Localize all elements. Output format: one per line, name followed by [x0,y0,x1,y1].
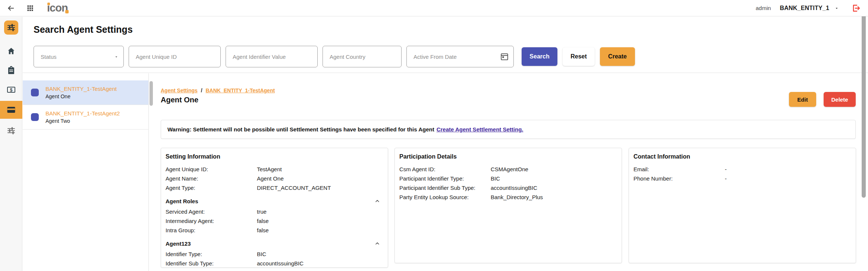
agent-item-id: BANK_ENTITY_1-TestAgent [45,86,117,92]
active-from-date-field[interactable] [406,46,514,67]
field-value: accountIssuingBIC [491,183,537,192]
detail-row: Participant Identifier Sub Type: account… [399,183,616,192]
participation-details-card: Participation Details Csm Agent ID: CSMA… [394,148,622,263]
chevron-up-icon[interactable] [374,198,380,204]
field-label: Identifier Type: [166,249,257,259]
nav-payments-icon[interactable]: $ [0,82,22,97]
field-value: BIC [257,249,266,259]
field-label: Participant Identifier Sub Type: [399,183,491,192]
nav-tune-button[interactable] [4,20,18,35]
agent-country-field[interactable] [323,46,402,67]
field-value: - [725,165,727,174]
agent-item-name: Agent Two [45,118,120,124]
detail-action-buttons: Edit Delete [789,90,856,107]
detail-cards: Setting Information Agent Unique ID: Tes… [161,148,856,268]
create-button[interactable]: Create [600,47,635,66]
detail-row: Agent Name: Agent One [166,174,382,183]
active-from-date-input[interactable] [406,46,514,67]
field-label: Csm Agent ID: [399,165,491,174]
left-nav-rail: $ [0,17,22,271]
agent-item-name: Agent One [45,93,117,99]
field-label: Email: [633,165,725,174]
page-title: Search Agent Settings [34,24,133,35]
warning-text: Warning: Settlement will not be possible… [167,126,434,133]
back-arrow-icon[interactable] [6,3,16,13]
card-title: Setting Information [166,153,382,160]
filter-row: Search Reset Create [34,46,635,67]
card-title: Contact Information [633,153,850,160]
field-value: Bank_Directory_Plus [491,192,543,202]
agent-list-panel: BANK_ENTITY_1-TestAgent Agent One BANK_E… [23,73,149,271]
field-value: DIRECT_ACCOUNT_AGENT [257,183,331,192]
field-label: Participant Identifier Type: [399,174,491,183]
calendar-icon[interactable] [500,52,509,61]
field-value: false [257,226,269,235]
search-button[interactable]: Search [522,47,557,66]
agent123-section-header: Agent123 [166,240,382,248]
detail-row: Agent Unique ID: TestAgent [166,165,382,174]
agent-detail-heading: Agent One [161,96,198,104]
detail-scrollbar[interactable] [862,8,866,198]
reset-button[interactable]: Reset [563,47,595,66]
detail-row: Phone Number: - [633,174,850,183]
agent-list-scrollbar[interactable] [150,81,153,106]
agent-square-icon [31,113,39,121]
field-value: true [257,207,267,216]
field-value: - [725,174,727,183]
agent-identifier-value-input[interactable] [226,46,318,67]
app-logo-text: icon [47,2,68,14]
status-caret-down-icon[interactable] [114,55,119,59]
agent-list-item-testagent[interactable]: BANK_ENTITY_1-TestAgent Agent One [23,80,148,105]
field-value: CSMAgentOne [491,165,528,174]
breadcrumb-current-link[interactable]: BANK_ENTITY_1-TestAgent [205,87,275,93]
user-role-label: admin [756,5,771,11]
agent-square-icon [31,89,39,96]
logout-icon[interactable] [852,4,861,13]
chevron-up-icon[interactable] [374,240,380,246]
field-label: Agent Type: [166,183,257,192]
entity-selector[interactable]: BANK_ENTITY_1 [780,5,829,12]
agent-unique-id-input[interactable] [129,46,221,67]
detail-row: Csm Agent ID: CSMAgentOne [399,165,616,174]
agent-item-id: BANK_ENTITY_1-TestAgent2 [45,110,120,117]
nav-agent-settings-active[interactable] [0,101,22,119]
detail-row: Participant Identifier Type: BIC [399,174,616,183]
field-value: Agent One [257,174,284,183]
agent-detail-panel: Agent Settings / BANK_ENTITY_1-TestAgent… [149,73,868,271]
agent-roles-section-header: Agent Roles [166,198,382,205]
detail-row: Agent Type: DIRECT_ACCOUNT_AGENT [166,183,382,192]
svg-text:$: $ [10,87,13,93]
detail-row: Party Entity Lookup Source: Bank_Directo… [399,192,616,202]
entity-caret-down-icon[interactable] [834,6,839,10]
status-select-input[interactable] [34,46,124,67]
nav-home-icon[interactable] [0,44,22,58]
field-label: Intra Group: [166,226,257,235]
delete-button[interactable]: Delete [824,92,856,107]
status-select[interactable] [34,46,124,67]
nav-settings-tune-icon[interactable] [0,123,22,138]
agent-list-item-testagent2[interactable]: BANK_ENTITY_1-TestAgent2 Agent Two [23,105,148,130]
app-logo: icon [47,2,68,15]
setting-information-card: Setting Information Agent Unique ID: Tes… [161,148,388,268]
detail-row: Identifier Sub Type: accountIssuingBIC [166,259,382,268]
nav-clipboard-icon[interactable] [0,63,22,78]
field-label: Identifier Sub Type: [166,259,257,268]
agent-identifier-value-field[interactable] [226,46,318,67]
agent-country-input[interactable] [323,46,402,67]
field-label: Phone Number: [633,174,725,183]
detail-row: Serviced Agent: true [166,207,382,216]
create-agent-settlement-setting-link[interactable]: Create Agent Settlement Setting. [437,126,523,133]
contact-information-card: Contact Information Email: - Phone Numbe… [629,148,856,263]
breadcrumb-agent-settings-link[interactable]: Agent Settings [161,87,198,93]
detail-row: Email: - [633,165,850,174]
card-title: Participation Details [399,153,616,160]
detail-row: Identifier Type: BIC [166,249,382,259]
field-label: Agent Name: [166,174,257,183]
field-value: TestAgent [257,165,282,174]
field-label: Serviced Agent: [166,207,257,216]
apps-grid-icon[interactable] [25,3,35,13]
edit-button[interactable]: Edit [789,92,816,107]
detail-row: Intermediary Agent: false [166,216,382,226]
field-value: false [257,216,269,226]
agent-unique-id-field[interactable] [129,46,221,67]
